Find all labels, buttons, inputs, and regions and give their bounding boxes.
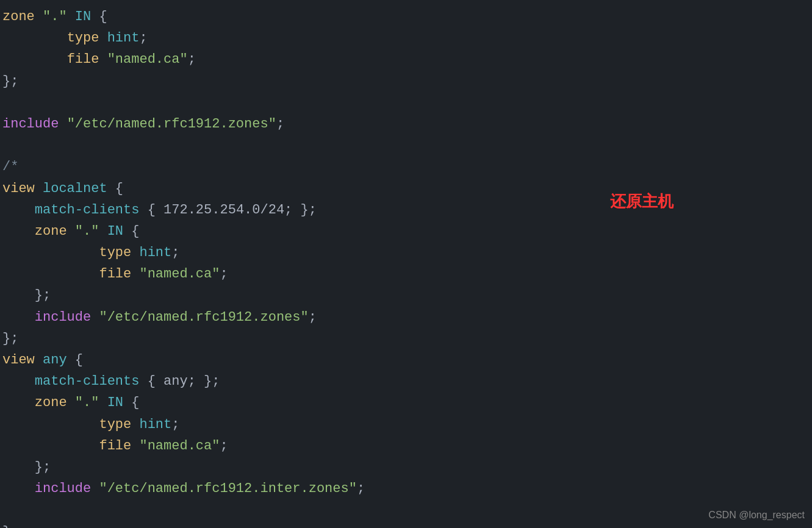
code-token: match-clients — [35, 202, 140, 218]
code-line: type hint; — [2, 27, 812, 49]
code-token: }; — [2, 524, 18, 529]
code-token: IN — [75, 9, 99, 24]
code-line: include "/etc/named.rfc1912.inter.zones"… — [2, 478, 812, 499]
code-line: type hint; — [2, 242, 812, 263]
code-line: zone "." IN { — [2, 6, 812, 27]
code-line: type hint; — [2, 414, 812, 435]
code-token: }; — [2, 331, 18, 346]
code-token: view — [2, 352, 43, 368]
code-token: }; — [2, 74, 18, 89]
code-line: include "/etc/named.rfc1912.zones"; — [2, 113, 812, 135]
code-token: }; — [35, 288, 51, 303]
code-token — [2, 374, 35, 389]
code-token: ; — [357, 481, 365, 496]
code-token: match-clients — [35, 374, 140, 389]
code-token — [2, 288, 35, 303]
code-token: { — [75, 352, 83, 368]
code-token — [2, 224, 35, 239]
code-line: }; — [2, 285, 812, 306]
code-token — [2, 266, 99, 282]
code-token: IN — [107, 224, 132, 239]
code-token: type — [99, 245, 139, 260]
code-token: ; — [220, 438, 228, 454]
code-token: ; — [171, 245, 179, 260]
code-token: ; }; — [284, 202, 325, 218]
code-token — [2, 395, 35, 410]
code-token: hint — [139, 245, 171, 260]
code-token: "named.ca" — [139, 438, 220, 454]
code-token: ; — [139, 30, 147, 46]
code-token: include — [35, 310, 99, 325]
code-token: file — [99, 266, 139, 282]
code-token: "/etc/named.rfc1912.zones" — [99, 310, 308, 325]
code-token: "named.ca" — [107, 52, 188, 67]
code-line — [2, 135, 812, 156]
code-token: ; — [188, 52, 196, 67]
code-token: hint — [107, 30, 140, 46]
code-token: ; — [171, 417, 179, 432]
code-token: type — [99, 417, 139, 432]
code-token: include — [35, 481, 99, 496]
code-display: zone "." IN { type hint; file "named.ca"… — [2, 6, 812, 528]
code-token: "/etc/named.rfc1912.inter.zones" — [99, 481, 356, 496]
code-token: { — [99, 9, 107, 24]
code-token: file — [99, 438, 139, 454]
code-line: }; — [2, 328, 812, 349]
code-token: { — [131, 224, 139, 239]
code-token — [2, 310, 35, 325]
code-token: IN — [107, 395, 132, 410]
code-token: }; — [35, 460, 51, 475]
code-token: { — [131, 395, 139, 410]
code-token: any — [43, 352, 75, 368]
code-line: match-clients { any; }; — [2, 371, 812, 392]
code-token: hint — [139, 417, 171, 432]
code-token: include — [2, 116, 67, 132]
code-token: zone — [35, 395, 75, 410]
code-token: view — [2, 181, 43, 196]
code-token: localnet — [43, 181, 115, 196]
code-token: { — [139, 202, 163, 218]
code-line: file "named.ca"; — [2, 435, 812, 457]
code-token: "named.ca" — [139, 266, 220, 282]
code-token: /* — [2, 159, 18, 174]
code-token: zone — [2, 9, 43, 24]
code-line: file "named.ca"; — [2, 263, 812, 285]
code-token: "/etc/named.rfc1912.zones" — [67, 116, 276, 132]
code-token: ; — [309, 310, 317, 325]
code-line: include "/etc/named.rfc1912.zones"; — [2, 307, 812, 328]
code-token: { — [115, 181, 123, 196]
code-token — [2, 52, 67, 67]
code-line: zone "." IN { — [2, 392, 812, 413]
code-token: ; — [276, 116, 284, 132]
code-token: "." — [75, 224, 107, 239]
code-token — [2, 30, 67, 46]
code-token: 172.25.254.0/24 — [163, 202, 284, 218]
code-line: match-clients { 172.25.254.0/24; }; — [2, 199, 812, 221]
code-token: ; }; — [188, 374, 228, 389]
code-line: }; — [2, 71, 812, 92]
code-line — [2, 499, 812, 521]
code-line: file "named.ca"; — [2, 49, 812, 70]
code-token — [2, 481, 35, 496]
code-token: type — [67, 30, 107, 46]
code-token — [2, 438, 99, 454]
code-line: /* — [2, 156, 812, 177]
code-token: any — [163, 374, 188, 389]
code-token: zone — [35, 224, 75, 239]
code-token: "." — [75, 395, 107, 410]
watermark-text: CSDN @long_respect — [708, 507, 805, 523]
code-token: ; — [220, 266, 228, 282]
code-line — [2, 92, 812, 113]
code-token: "." — [43, 9, 75, 24]
code-line: }; — [2, 521, 812, 529]
code-line: view localnet { — [2, 178, 812, 199]
code-token — [2, 460, 35, 475]
annotation-label: 还原主机 — [610, 189, 674, 215]
code-line: view any { — [2, 349, 812, 371]
code-line: zone "." IN { — [2, 221, 812, 242]
code-token — [2, 202, 35, 218]
code-token: { — [139, 374, 163, 389]
code-token: file — [67, 52, 107, 67]
code-token — [2, 245, 99, 260]
code-line: }; — [2, 457, 812, 478]
